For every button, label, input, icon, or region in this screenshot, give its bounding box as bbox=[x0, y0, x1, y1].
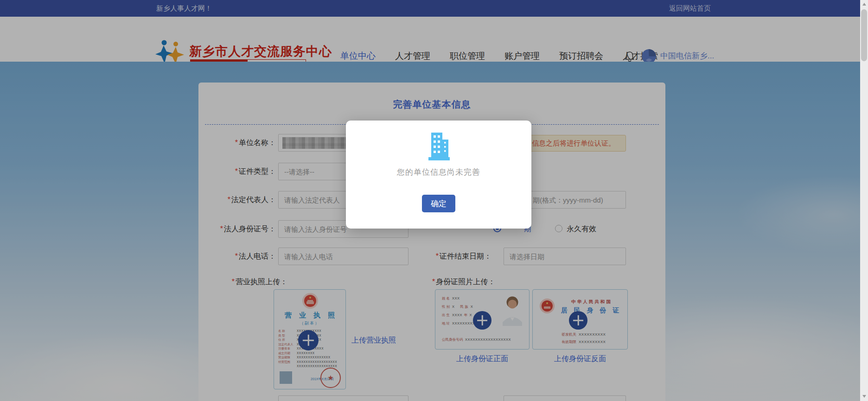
incomplete-info-modal: 您的单位信息尚未完善 确定 bbox=[346, 121, 531, 229]
vertical-scrollbar[interactable] bbox=[860, 0, 868, 401]
page: 新乡人事人才网！ 返回网站首页 新乡市人才交流服务中心 新乡人事人才网 www.… bbox=[0, 0, 868, 401]
scrollbar-thumb[interactable] bbox=[861, 9, 867, 61]
modal-message: 您的单位信息尚未完善 bbox=[346, 167, 531, 178]
scrollbar-down-arrow-icon[interactable] bbox=[862, 395, 866, 398]
building-icon bbox=[424, 132, 454, 161]
confirm-button[interactable]: 确定 bbox=[422, 195, 455, 212]
scrollbar-up-arrow-icon[interactable] bbox=[862, 3, 866, 6]
